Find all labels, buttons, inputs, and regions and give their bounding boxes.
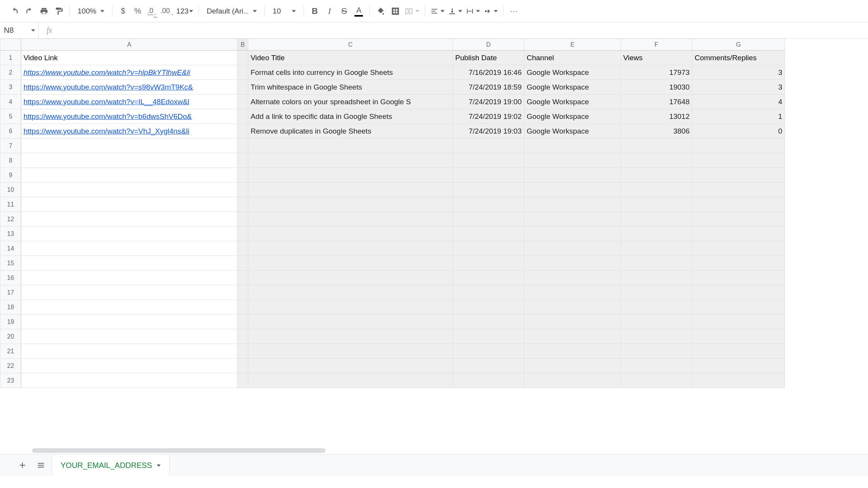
cell[interactable]: 7/24/2019 19:02	[453, 109, 524, 124]
cell[interactable]	[621, 359, 692, 373]
column-header[interactable]: B	[237, 39, 248, 51]
cell[interactable]: 7/24/2019 19:03	[453, 124, 524, 139]
cell[interactable]	[237, 168, 248, 183]
paint-format-button[interactable]	[52, 4, 66, 18]
cell[interactable]: 13012	[621, 109, 692, 124]
row-header[interactable]: 5	[0, 109, 21, 124]
horizontal-scrollbar[interactable]	[23, 447, 868, 454]
fill-color-button[interactable]	[374, 4, 388, 18]
cell[interactable]	[692, 153, 785, 168]
cell[interactable]	[692, 271, 785, 285]
cell[interactable]	[237, 183, 248, 197]
format-currency-button[interactable]: $	[116, 4, 130, 18]
row-header[interactable]: 4	[0, 95, 21, 109]
cell[interactable]	[237, 285, 248, 300]
cell[interactable]	[237, 271, 248, 285]
cell[interactable]	[237, 139, 248, 153]
number-format-dropdown[interactable]: 123	[175, 4, 195, 18]
cell[interactable]	[21, 315, 237, 329]
cell[interactable]	[692, 197, 785, 212]
cell[interactable]	[237, 373, 248, 388]
cell[interactable]: https://www.youtube.com/watch?v=hlpBkYTl…	[21, 65, 237, 80]
cell[interactable]	[248, 168, 453, 183]
cell[interactable]	[524, 183, 621, 197]
row-header[interactable]: 18	[0, 300, 21, 315]
cell[interactable]: Google Workspace	[524, 80, 621, 95]
zoom-dropdown[interactable]: 100%	[74, 4, 108, 18]
cell[interactable]	[524, 227, 621, 241]
cell[interactable]: 4	[692, 95, 785, 109]
cell[interactable]	[21, 256, 237, 271]
cell[interactable]: Remove duplicates in Google Sheets	[248, 124, 453, 139]
scrollbar-thumb[interactable]	[32, 448, 326, 453]
row-header[interactable]: 6	[0, 124, 21, 139]
row-header[interactable]: 10	[0, 183, 21, 197]
cell[interactable]	[453, 168, 524, 183]
row-header[interactable]: 9	[0, 168, 21, 183]
cell[interactable]	[621, 197, 692, 212]
cell[interactable]	[692, 227, 785, 241]
cell[interactable]: https://www.youtube.com/watch?v=VhJ_Xygl…	[21, 124, 237, 139]
cell[interactable]: Comments/Replies	[692, 51, 785, 65]
select-all-corner[interactable]	[0, 39, 21, 51]
cell[interactable]	[237, 153, 248, 168]
italic-button[interactable]: I	[322, 4, 336, 18]
cell[interactable]	[692, 256, 785, 271]
cell[interactable]: Google Workspace	[524, 95, 621, 109]
cell[interactable]	[453, 271, 524, 285]
cell[interactable]	[692, 359, 785, 373]
text-wrap-dropdown[interactable]	[465, 4, 481, 18]
cell[interactable]	[248, 344, 453, 359]
cell[interactable]	[692, 241, 785, 256]
cell[interactable]: 0	[692, 124, 785, 139]
row-header[interactable]: 23	[0, 373, 21, 388]
column-header[interactable]: D	[453, 39, 524, 51]
cell[interactable]	[621, 241, 692, 256]
more-button[interactable]: ⋯	[507, 4, 521, 18]
cell[interactable]	[237, 65, 248, 80]
row-header[interactable]: 12	[0, 212, 21, 227]
cell[interactable]	[21, 139, 237, 153]
column-header[interactable]: G	[692, 39, 785, 51]
cell[interactable]: 3	[692, 80, 785, 95]
cell[interactable]	[21, 153, 237, 168]
cell[interactable]	[621, 139, 692, 153]
cell[interactable]	[524, 344, 621, 359]
cell[interactable]	[248, 315, 453, 329]
cell[interactable]: Google Workspace	[524, 65, 621, 80]
cell[interactable]	[248, 329, 453, 344]
cell[interactable]	[692, 373, 785, 388]
cell[interactable]	[248, 153, 453, 168]
sheet-tab[interactable]: YOUR_EMAIL_ADDRESS	[52, 455, 170, 475]
row-header[interactable]: 11	[0, 197, 21, 212]
cell[interactable]: 1	[692, 109, 785, 124]
cell[interactable]	[692, 344, 785, 359]
cell[interactable]	[453, 256, 524, 271]
cell[interactable]	[621, 168, 692, 183]
increase-decimals-button[interactable]: .00→	[160, 4, 174, 18]
font-dropdown[interactable]: Default (Ari…	[203, 4, 261, 18]
borders-button[interactable]	[388, 4, 402, 18]
cell[interactable]	[524, 373, 621, 388]
cell[interactable]	[237, 95, 248, 109]
row-header[interactable]: 8	[0, 153, 21, 168]
column-header[interactable]: E	[524, 39, 621, 51]
cell[interactable]	[524, 153, 621, 168]
cell[interactable]	[524, 256, 621, 271]
row-header[interactable]: 21	[0, 344, 21, 359]
row-header[interactable]: 2	[0, 65, 21, 80]
cell[interactable]	[248, 227, 453, 241]
cell[interactable]	[248, 212, 453, 227]
cell[interactable]	[453, 329, 524, 344]
row-header[interactable]: 1	[0, 51, 21, 65]
row-header[interactable]: 13	[0, 227, 21, 241]
cell[interactable]	[621, 183, 692, 197]
cell[interactable]	[21, 227, 237, 241]
name-box[interactable]: N8	[0, 22, 39, 38]
cell[interactable]	[692, 183, 785, 197]
row-header[interactable]: 14	[0, 241, 21, 256]
cell[interactable]	[692, 168, 785, 183]
cell[interactable]	[524, 359, 621, 373]
spreadsheet-grid[interactable]: A B C D E F G 1Video LinkVideo TitlePubl…	[0, 39, 785, 388]
cell[interactable]	[453, 359, 524, 373]
